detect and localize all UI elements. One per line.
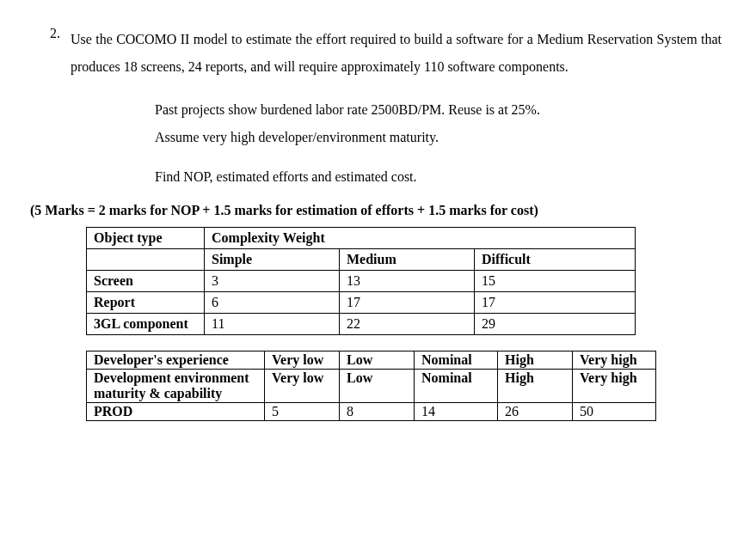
cell-value: 15 [475,271,636,292]
cell-value: 8 [340,403,415,421]
cell-value: Very low [265,370,340,403]
row-name: Screen [87,271,205,292]
table-row: 3GL component 11 22 29 [87,314,636,335]
cell-value: 22 [340,314,475,335]
table-row: PROD 5 8 14 26 50 [87,403,656,421]
question-prompt: Use the COCOMO II model to estimate the … [71,26,722,81]
cell-value: 14 [415,403,498,421]
question-task: Find NOP, estimated efforts and estimate… [155,163,722,191]
details-line-2: Assume very high developer/environment m… [155,124,722,151]
row-label: PROD [87,403,265,421]
subheader-simple: Simple [205,249,340,271]
cell-value: 26 [498,403,573,421]
empty-cell [87,249,205,271]
cell-value: 50 [573,403,656,421]
cell-value: 3 [205,271,340,292]
cell-value: Nominal [415,351,498,370]
header-object-type: Object type [87,228,205,249]
cell-value: Very high [573,370,656,403]
cell-value: Low [340,370,415,403]
cell-value: Very high [573,351,656,370]
table-row: Developer's experience Very low Low Nomi… [87,351,656,370]
row-name: Report [87,292,205,314]
cell-value: 6 [205,292,340,314]
cell-value: Nominal [415,370,498,403]
productivity-table: Developer's experience Very low Low Nomi… [86,351,656,421]
subheader-difficult: Difficult [475,249,636,271]
row-label: Development environment maturity & capab… [87,370,265,403]
cell-value: Very low [265,351,340,370]
details-line-1: Past projects show burdened labor rate 2… [155,96,722,124]
question-block: 2. Use the COCOMO II model to estimate t… [26,26,722,81]
row-name: 3GL component [87,314,205,335]
cell-value: 29 [475,314,636,335]
complexity-weight-table: Object type Complexity Weight Simple Med… [86,227,636,335]
header-complexity-weight: Complexity Weight [205,228,636,249]
cell-value: High [498,370,573,403]
table-row: Screen 3 13 15 [87,271,636,292]
table-row: Report 6 17 17 [87,292,636,314]
cell-value: 17 [475,292,636,314]
subheader-medium: Medium [340,249,475,271]
table-row: Development environment maturity & capab… [87,370,656,403]
marks-allocation: (5 Marks = 2 marks for NOP + 1.5 marks f… [30,203,722,218]
cell-value: 17 [340,292,475,314]
cell-value: High [498,351,573,370]
question-number: 2. [26,26,71,81]
table-row: Simple Medium Difficult [87,249,636,271]
row-label: Developer's experience [87,351,265,370]
cell-value: 13 [340,271,475,292]
cell-value: 5 [265,403,340,421]
cell-value: 11 [205,314,340,335]
cell-value: Low [340,351,415,370]
question-details: Past projects show burdened labor rate 2… [155,96,722,151]
table-row: Object type Complexity Weight [87,228,636,249]
